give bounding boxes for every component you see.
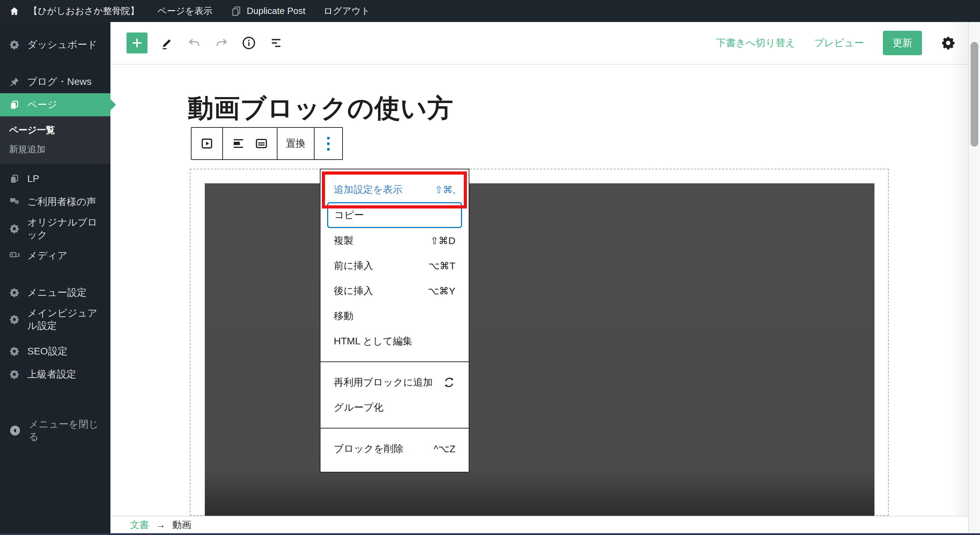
- menu-item-shortcut: ⌥⌘Y: [417, 285, 455, 297]
- admin-bar-home-button[interactable]: [0, 0, 26, 22]
- sidebar-item-menu-settings[interactable]: メニュー設定: [0, 281, 110, 304]
- sidebar-submenu-pages: ページ一覧 新規追加: [0, 116, 110, 164]
- redo-button[interactable]: [214, 35, 229, 51]
- sidebar-item-label: オリジナルブロック: [27, 216, 101, 242]
- menu-item-label: 前に挿入: [334, 259, 373, 272]
- sidebar-item-label: メインビジュアル設定: [27, 307, 106, 332]
- home-icon: [9, 6, 19, 16]
- breadcrumb-arrow: →: [156, 520, 165, 530]
- block-options-button[interactable]: [323, 137, 334, 151]
- admin-bar: 【ひがしおおさか整骨院】 ページを表示 Duplicate Post ログアウト: [0, 0, 980, 22]
- sidebar-item-media[interactable]: メディア: [0, 244, 110, 267]
- gear-icon: [9, 40, 19, 50]
- reusable-block-icon: [443, 376, 455, 389]
- admin-bar-logout-link[interactable]: ログアウト: [315, 0, 379, 22]
- sidebar-item-seo-settings[interactable]: SEO設定: [0, 340, 110, 363]
- sidebar-item-label: ブログ・News: [27, 75, 92, 88]
- admin-bar-site-name[interactable]: 【ひがしおおさか整骨院】: [26, 0, 148, 22]
- sidebar-item-label: ページ: [27, 98, 57, 111]
- editor-header: 下書きへ切り替え プレビュー 更新: [110, 22, 980, 65]
- gear-icon: [9, 287, 19, 298]
- menu-item-insert-after[interactable]: 後に挿入 ⌥⌘Y: [320, 278, 469, 303]
- sidebar-item-main-visual-settings[interactable]: メインビジュアル設定: [0, 304, 110, 335]
- menu-item-duplicate[interactable]: 複製 ⇧⌘D: [320, 228, 469, 253]
- pin-icon: [9, 76, 19, 87]
- sidebar-subitem-page-list[interactable]: ページ一覧: [0, 121, 110, 140]
- admin-bar-view-page-link[interactable]: ページを表示: [148, 0, 221, 22]
- align-button[interactable]: [231, 137, 245, 151]
- video-block[interactable]: [205, 183, 875, 516]
- options-cell: [315, 128, 342, 159]
- sidebar-separator: [0, 56, 110, 70]
- admin-bar-duplicate-post[interactable]: Duplicate Post: [221, 0, 315, 22]
- update-button[interactable]: 更新: [883, 31, 922, 55]
- sidebar-item-testimonials[interactable]: ご利用者様の声: [0, 191, 110, 213]
- sidebar-item-label: LP: [27, 173, 39, 185]
- media-icon: [9, 250, 19, 261]
- scrollbar-thumb[interactable]: [970, 42, 978, 147]
- block-inserter-button[interactable]: [127, 32, 148, 54]
- block-options-menu: 追加設定を表示 ⇧⌘, コピー 複製 ⇧⌘D 前に挿入 ⌥⌘T 後に挿入 ⌥⌘Y…: [320, 169, 469, 473]
- sidebar-item-lp[interactable]: LP: [0, 167, 110, 191]
- details-button[interactable]: [241, 35, 256, 51]
- vertical-scrollbar[interactable]: [968, 22, 980, 533]
- sidebar-item-label: メニュー設定: [27, 286, 87, 299]
- sidebar-item-label: ご利用者様の声: [27, 195, 96, 208]
- menu-item-label: 後に挿入: [334, 284, 373, 297]
- menu-item-move[interactable]: 移動: [320, 303, 469, 329]
- tools-mode-button[interactable]: [159, 35, 175, 51]
- gear-icon: [9, 346, 19, 357]
- menu-item-shortcut: ⇧⌘,: [424, 184, 455, 195]
- menu-item-shortcut: ^⌥Z: [423, 443, 455, 455]
- sidebar-separator: [0, 267, 110, 281]
- undo-button[interactable]: [187, 35, 202, 51]
- menu-item-group[interactable]: グループ化: [320, 395, 469, 420]
- menu-item-label: ブロックを削除: [334, 442, 403, 456]
- sidebar-item-dashboard[interactable]: ダッシュボード: [0, 33, 110, 56]
- breadcrumb-current-block: 動画: [172, 519, 191, 531]
- dot: [327, 148, 329, 151]
- gear-icon: [9, 314, 19, 325]
- sidebar-subitem-add-new[interactable]: 新規追加: [0, 140, 110, 159]
- video-block-type-button[interactable]: [200, 137, 214, 151]
- menu-item-shortcut: ⇧⌘D: [420, 235, 455, 246]
- collapse-menu-label: メニューを閉じる: [29, 418, 106, 443]
- replace-button[interactable]: 置換: [286, 137, 305, 150]
- menu-item-copy[interactable]: コピー: [327, 202, 462, 228]
- post-title[interactable]: 動画ブロックの使い方: [188, 91, 453, 126]
- menu-item-remove-block[interactable]: ブロックを削除 ^⌥Z: [320, 436, 469, 461]
- sidebar-item-blog-news[interactable]: ブログ・News: [0, 70, 110, 93]
- gear-icon: [9, 369, 19, 379]
- window-bottom-edge: [0, 533, 980, 535]
- preview-button[interactable]: プレビュー: [814, 37, 864, 49]
- block-type-cell: [191, 128, 223, 159]
- sidebar-collapse-menu-button[interactable]: メニューを閉じる: [0, 416, 110, 446]
- menu-item-insert-before[interactable]: 前に挿入 ⌥⌘T: [320, 253, 469, 278]
- list-view-icon: [269, 36, 283, 50]
- breadcrumb: 文書 → 動画: [110, 516, 980, 533]
- caption-button[interactable]: [255, 137, 269, 151]
- collapse-arrow-icon: [9, 425, 21, 437]
- list-view-button[interactable]: [269, 35, 284, 51]
- sidebar-item-advanced-settings[interactable]: 上級者設定: [0, 363, 110, 386]
- undo-icon: [187, 36, 201, 50]
- scroll-edge-shadow: [948, 22, 968, 533]
- pages-icon: [9, 100, 19, 110]
- alignment-cell: [223, 128, 277, 159]
- caption-icon: [255, 137, 269, 151]
- settings-button[interactable]: [941, 36, 956, 50]
- menu-item-edit-as-html[interactable]: HTML として編集: [320, 329, 469, 354]
- switch-to-draft-button[interactable]: 下書きへ切り替え: [716, 37, 795, 49]
- menu-item-show-more-settings[interactable]: 追加設定を表示 ⇧⌘,: [320, 177, 469, 202]
- sidebar-item-label: メディア: [27, 249, 67, 262]
- sidebar-item-label: SEO設定: [27, 345, 67, 357]
- menu-separator: [320, 428, 469, 429]
- sidebar-item-pages[interactable]: ページ: [0, 93, 110, 116]
- editor-header-tools: [110, 32, 284, 54]
- menu-item-label: 再利用ブロックに追加: [334, 376, 433, 389]
- pages-icon: [9, 173, 19, 184]
- menu-item-add-to-reusable-blocks[interactable]: 再利用ブロックに追加: [320, 370, 469, 395]
- sidebar-item-original-blocks[interactable]: オリジナルブロック: [0, 213, 110, 244]
- breadcrumb-document-link[interactable]: 文書: [130, 519, 149, 531]
- sidebar-item-label: ダッシュボード: [27, 38, 97, 51]
